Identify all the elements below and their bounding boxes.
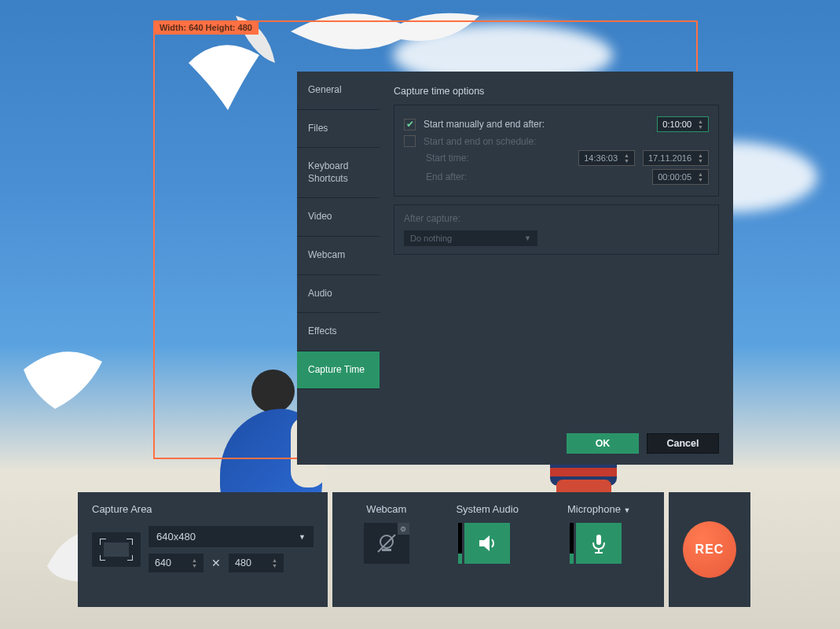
webcam-label: Webcam xyxy=(366,503,406,515)
after-capture-label: After capture: xyxy=(404,213,709,224)
manual-duration-spinner[interactable]: 0:10:00 ▲▼ xyxy=(657,116,709,132)
cancel-button[interactable]: Cancel xyxy=(647,433,719,454)
manual-start-checkbox[interactable]: ✔ xyxy=(404,119,416,131)
capture-area-section: Capture Area 640x480 ▼ 640 ▲▼ ✕ 480 xyxy=(78,492,328,607)
record-section: REC xyxy=(669,492,750,607)
capture-dimensions-label: Width: 640 Height: 480 xyxy=(153,20,259,35)
speaker-icon xyxy=(475,532,499,555)
start-time-label: Start time: xyxy=(426,153,497,164)
svg-rect-1 xyxy=(382,549,391,551)
start-time-spinner[interactable]: 14:36:03 ▲▼ xyxy=(578,150,635,166)
recorder-controlbar: Capture Area 640x480 ▼ 640 ▲▼ ✕ 480 xyxy=(78,492,754,607)
audio-section: Webcam ⚙ System Audio xyxy=(332,492,664,607)
svg-rect-3 xyxy=(596,535,601,545)
microphone-toggle[interactable] xyxy=(576,523,622,564)
start-date-spinner[interactable]: 17.11.2016 ▲▼ xyxy=(643,150,709,166)
svg-point-0 xyxy=(380,535,393,548)
record-button[interactable]: REC xyxy=(683,521,736,578)
tab-effects[interactable]: Effects xyxy=(297,313,380,351)
dimension-separator: ✕ xyxy=(211,557,221,569)
tab-webcam[interactable]: Webcam xyxy=(297,237,380,275)
system-audio-label: System Audio xyxy=(456,503,519,515)
capture-height-input[interactable]: 480 ▲▼ xyxy=(229,554,284,572)
schedule-checkbox[interactable] xyxy=(404,135,416,147)
ok-button[interactable]: OK xyxy=(567,433,639,454)
microphone-label[interactable]: Microphone ▼ xyxy=(567,503,630,515)
timing-options-group: ✔ Start manually and end after: 0:10:00 … xyxy=(394,105,719,197)
capture-time-panel: Capture time options ✔ Start manually an… xyxy=(380,72,733,465)
settings-dialog: General Files Keyboard Shortcuts Video W… xyxy=(297,72,733,465)
end-after-spinner[interactable]: 00:00:05 ▲▼ xyxy=(652,169,709,185)
capture-preset-select[interactable]: 640x480 ▼ xyxy=(149,526,314,547)
settings-tabs: General Files Keyboard Shortcuts Video W… xyxy=(297,72,380,465)
capture-width-input[interactable]: 640 ▲▼ xyxy=(149,554,204,572)
tab-general[interactable]: General xyxy=(297,72,380,110)
after-capture-group: After capture: Do nothing ▼ xyxy=(394,204,719,255)
end-after-label: End after: xyxy=(426,171,497,182)
chevron-down-icon: ▼ xyxy=(624,506,631,514)
microphone-icon xyxy=(587,532,611,555)
webcam-off-icon xyxy=(375,532,398,555)
tab-files[interactable]: Files xyxy=(297,110,380,149)
tab-video[interactable]: Video xyxy=(297,198,380,237)
tab-audio[interactable]: Audio xyxy=(297,275,380,314)
panel-title: Capture time options xyxy=(394,86,719,97)
tab-keyboard-shortcuts[interactable]: Keyboard Shortcuts xyxy=(297,148,380,198)
capture-area-preview[interactable] xyxy=(92,532,141,567)
capture-area-title: Capture Area xyxy=(92,503,314,515)
system-audio-toggle[interactable] xyxy=(464,523,510,564)
gear-icon[interactable]: ⚙ xyxy=(398,523,409,535)
webcam-toggle[interactable]: ⚙ xyxy=(364,523,409,564)
manual-start-label: Start manually and end after: xyxy=(424,119,649,130)
after-capture-select[interactable]: Do nothing ▼ xyxy=(404,230,537,246)
schedule-label: Start and end on schedule: xyxy=(424,136,709,147)
tab-capture-time[interactable]: Capture Time xyxy=(297,351,380,390)
